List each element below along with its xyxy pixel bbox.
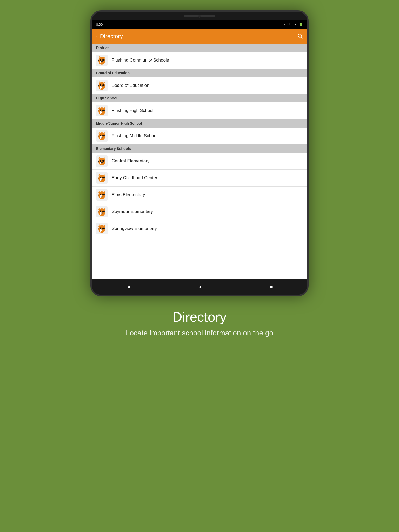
list-item[interactable]: FFlushing Community Schools (92, 52, 307, 69)
section-header-high-school: High School (92, 94, 307, 102)
school-name: Flushing Community Schools (112, 58, 169, 63)
svg-text:F: F (100, 110, 102, 115)
school-logo: F (96, 55, 108, 66)
search-button[interactable] (297, 33, 303, 40)
school-logo: F (96, 80, 108, 91)
signal-icon: ▲ (294, 23, 297, 26)
svg-text:F: F (100, 211, 102, 216)
status-time: 8:00 (96, 23, 103, 26)
section-header-elementary: Elementary Schools (92, 144, 307, 153)
tablet-device: 8:00 ▾ LTE ▲ 🔋 ‹ Directory Distri (90, 10, 309, 296)
svg-text:F: F (100, 161, 102, 165)
school-name: Elms Elementary (112, 192, 145, 197)
list-item[interactable]: FBoard of Education (92, 77, 307, 94)
svg-point-47 (102, 135, 104, 137)
section-header-middle-school: Middle/Junior High School (92, 119, 307, 128)
school-logo: F (96, 105, 108, 116)
school-name: Central Elementary (112, 158, 150, 164)
svg-point-107 (102, 228, 104, 229)
school-name: Flushing Middle School (112, 133, 157, 138)
svg-point-11 (102, 59, 104, 61)
list-item[interactable]: FFlushing Middle School (92, 128, 307, 144)
svg-point-83 (102, 194, 104, 196)
list-item[interactable]: FSeymour Elementary (92, 203, 307, 220)
school-name: Early Childhood Center (112, 175, 157, 181)
tablet-bottom-bar (92, 295, 307, 296)
header-left: ‹ Directory (96, 33, 123, 40)
svg-text:F: F (100, 85, 102, 89)
page-title: Directory (100, 33, 123, 40)
section-header-board: Board of Education (92, 69, 307, 77)
school-name: Board of Education (112, 83, 149, 88)
list-item[interactable]: FElms Elementary (92, 187, 307, 203)
list-item[interactable]: FFlushing High School (92, 102, 307, 119)
svg-text:F: F (100, 136, 102, 140)
nav-recent-button[interactable]: ■ (265, 282, 278, 292)
school-logo: F (96, 172, 108, 184)
svg-text:F: F (100, 60, 102, 64)
nav-home-button[interactable]: ● (194, 282, 207, 292)
tablet-camera (198, 15, 201, 18)
school-name: Seymour Elementary (112, 209, 153, 214)
svg-text:F: F (100, 195, 102, 199)
directory-list: DistrictFFlushing Community SchoolsBoard… (92, 44, 307, 279)
svg-text:F: F (100, 178, 102, 182)
svg-point-59 (102, 160, 104, 162)
footer-subtitle: Locate important school information on t… (126, 329, 273, 337)
status-indicators: ▾ LTE ▲ 🔋 (284, 23, 303, 26)
svg-point-71 (102, 177, 104, 179)
section-header-district: District (92, 44, 307, 52)
network-label: LTE (287, 23, 293, 26)
app-header: ‹ Directory (92, 29, 307, 44)
tablet-top-bar (92, 12, 307, 20)
back-button[interactable]: ‹ (96, 34, 98, 39)
school-name: Flushing High School (112, 108, 154, 113)
school-name: Springview Elementary (112, 226, 157, 231)
school-logo: F (96, 130, 108, 142)
svg-point-23 (102, 84, 104, 86)
svg-point-95 (102, 211, 104, 212)
svg-point-35 (102, 110, 104, 111)
school-logo: F (96, 206, 108, 217)
tablet-screen: 8:00 ▾ LTE ▲ 🔋 ‹ Directory Distri (92, 20, 307, 279)
footer-title: Directory (126, 309, 273, 325)
school-logo: F (96, 223, 108, 234)
school-logo: F (96, 155, 108, 167)
wifi-icon: ▾ (284, 23, 286, 26)
nav-back-button[interactable]: ◄ (121, 282, 136, 292)
list-item[interactable]: FSpringview Elementary (92, 220, 307, 237)
school-logo: F (96, 189, 108, 201)
android-nav-bar: ◄ ● ■ (92, 279, 307, 295)
status-bar: 8:00 ▾ LTE ▲ 🔋 (92, 20, 307, 29)
list-item[interactable]: FEarly Childhood Center (92, 170, 307, 187)
svg-line-1 (301, 37, 302, 38)
svg-text:F: F (100, 228, 102, 232)
list-item[interactable]: FCentral Elementary (92, 153, 307, 170)
page-footer: Directory Locate important school inform… (126, 309, 273, 337)
battery-icon: 🔋 (299, 23, 303, 26)
